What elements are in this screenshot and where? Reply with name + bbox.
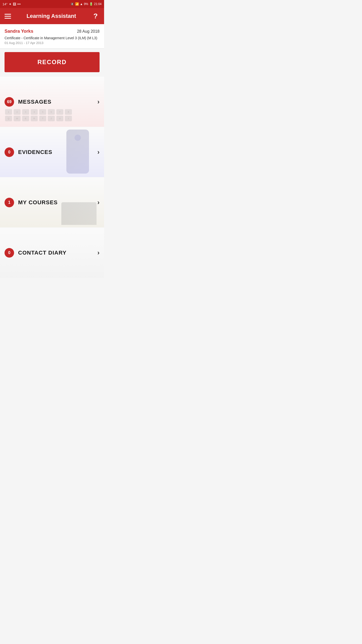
more-icon: ••• <box>17 2 21 6</box>
contact-diary-content: 0 CONTACT DIARY › <box>5 248 100 258</box>
contact-diary-chevron-icon: › <box>97 249 100 257</box>
my-courses-chevron-icon: › <box>97 198 100 206</box>
user-course-dates: 01 Aug 2011 - 17 Apr 2013 <box>5 41 100 45</box>
my-courses-content: 1 MY COURSES › <box>5 198 100 207</box>
record-button[interactable]: RECORD <box>5 52 100 72</box>
user-date: 28 Aug 2018 <box>77 29 100 34</box>
evidences-content: 0 EVIDENCES › <box>5 147 100 157</box>
status-right: 🔇 📶 ▲ 9% 🔋 21:04 <box>70 2 102 6</box>
temperature-text: 14° <box>3 2 8 6</box>
evidences-menu-item[interactable]: 0 EVIDENCES › <box>0 127 104 177</box>
my-courses-menu-item[interactable]: 1 MY COURSES › <box>0 177 104 228</box>
dropbox-icon: ✦ <box>9 2 12 6</box>
user-card: Sandra Yorks 28 Aug 2018 Certificate - C… <box>0 24 104 49</box>
app-title: Learning Assistant <box>26 13 76 19</box>
evidences-label: EVIDENCES <box>18 149 97 155</box>
mute-icon: 🔇 <box>70 2 74 6</box>
messages-label: MESSAGES <box>18 99 97 105</box>
my-courses-badge: 1 <box>5 198 14 207</box>
contact-diary-menu-item[interactable]: 0 CONTACT DIARY › <box>0 228 104 278</box>
evidences-badge: 0 <box>5 147 14 157</box>
evidences-chevron-icon: › <box>97 148 100 156</box>
time-text: 21:04 <box>94 2 102 6</box>
user-header: Sandra Yorks 28 Aug 2018 <box>5 29 100 34</box>
contact-diary-badge: 0 <box>5 248 14 258</box>
status-bar: 14° ✦ 🖼 ••• 🔇 📶 ▲ 9% 🔋 21:04 <box>0 0 104 8</box>
status-left: 14° ✦ 🖼 ••• <box>3 2 21 6</box>
wifi-icon: 📶 <box>75 2 79 6</box>
battery-percent: 9% <box>84 2 88 6</box>
signal-icon: ▲ <box>80 2 83 6</box>
image-icon: 🖼 <box>13 2 16 6</box>
help-button[interactable]: ? <box>92 12 100 20</box>
my-courses-label: MY COURSES <box>18 199 97 206</box>
contact-diary-label: CONTACT DIARY <box>18 250 97 256</box>
messages-badge: 69 <box>5 97 14 107</box>
messages-menu-item[interactable]: 123 456 78 QWE RTZ UI 69 MESSAGES › <box>0 77 104 127</box>
app-bar: Learning Assistant ? <box>0 8 104 24</box>
user-course: Certificate - Certificate in Management … <box>5 36 100 40</box>
battery-icon: 🔋 <box>89 2 93 6</box>
keyboard-decoration: 123 456 78 QWE RTZ UI <box>0 109 104 122</box>
messages-content: 69 MESSAGES › <box>5 97 100 107</box>
user-name: Sandra Yorks <box>5 29 33 34</box>
messages-chevron-icon: › <box>97 98 100 106</box>
hamburger-menu-button[interactable] <box>5 14 11 19</box>
